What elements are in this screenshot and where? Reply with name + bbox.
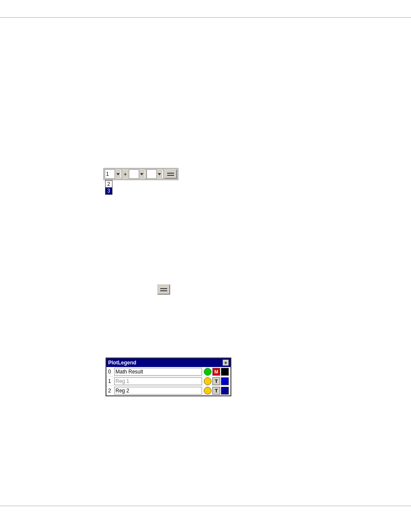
dropdown-item-1[interactable]: 2: [106, 180, 112, 187]
legend-index-1: 1: [108, 378, 114, 384]
legend-type-btn-1[interactable]: T: [212, 377, 220, 385]
operand2-dropdown[interactable]: [129, 169, 146, 179]
legend-icon: [160, 288, 167, 291]
legend-circle-2[interactable]: [204, 387, 212, 395]
legend-color-box-2[interactable]: [221, 387, 229, 395]
dropdown-item-2[interactable]: 3: [106, 187, 112, 194]
legend-circle-1[interactable]: [204, 377, 212, 385]
top-divider: [0, 17, 411, 18]
legend-name-1[interactable]: [114, 377, 202, 385]
legend-index-0: 0: [108, 369, 114, 375]
legend-type-btn-2[interactable]: T: [212, 387, 220, 395]
show-legend-button[interactable]: [157, 284, 170, 295]
operator-label: +: [122, 171, 128, 177]
legend-icon-area: [157, 284, 170, 295]
operand1-value: 1: [106, 171, 115, 177]
operand3-dropdown[interactable]: [146, 169, 164, 179]
legend-type-btn-0[interactable]: M: [212, 368, 220, 376]
bottom-divider: [0, 506, 411, 506]
legend-row-2: 2 T: [106, 386, 230, 395]
operand3-arrow[interactable]: [156, 169, 162, 179]
legend-color-box-0[interactable]: [221, 368, 229, 376]
plot-legend-title: PlotLegend: [108, 360, 136, 366]
plot-legend-window: PlotLegend × 0 M 1 T 2 T: [106, 358, 231, 396]
math-toolbar: 1 2 3 +: [103, 168, 178, 180]
legend-color-box-1[interactable]: [221, 377, 229, 385]
plot-legend-titlebar: PlotLegend ×: [106, 358, 230, 367]
math-toolbar-area: 1 2 3 +: [103, 168, 178, 180]
operand1-dropdown-list[interactable]: 2 3: [105, 180, 112, 195]
operand1-dropdown[interactable]: 1 2 3: [105, 169, 122, 179]
operand2-arrow[interactable]: [139, 169, 145, 179]
legend-row-1: 1 T: [106, 376, 230, 386]
equals-icon: [167, 173, 174, 176]
legend-circle-0[interactable]: [204, 368, 212, 376]
legend-row-0: 0 M: [106, 367, 230, 376]
legend-index-2: 2: [108, 388, 114, 394]
legend-name-2[interactable]: [114, 387, 202, 395]
plot-legend-close-button[interactable]: ×: [223, 360, 229, 366]
equals-button[interactable]: [164, 169, 177, 179]
operand1-arrow[interactable]: [115, 169, 121, 179]
legend-name-0[interactable]: [114, 368, 202, 376]
